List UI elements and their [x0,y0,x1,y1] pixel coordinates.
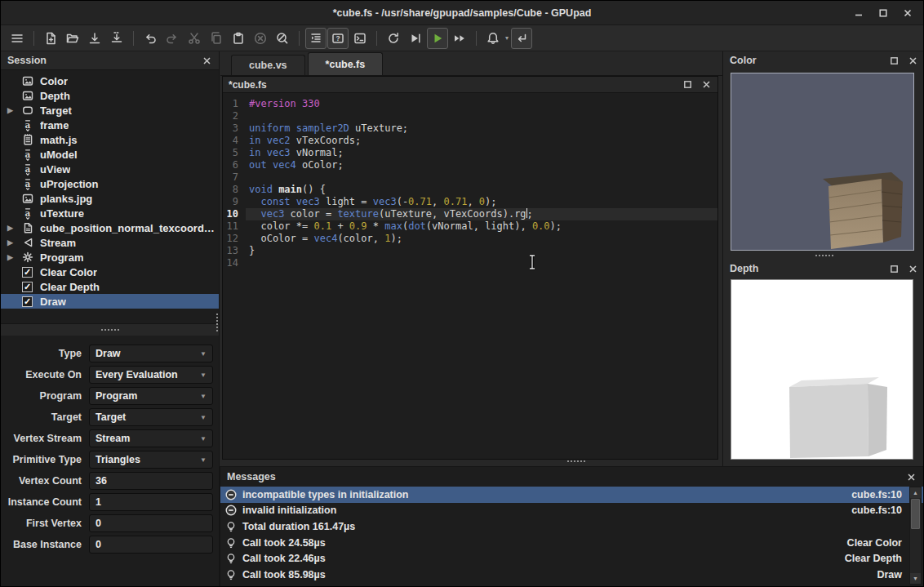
message-row[interactable]: Call took 22.46µsClear Depth [220,550,923,567]
save-file-icon[interactable] [84,28,105,49]
session-item-color[interactable]: Color [1,73,219,88]
notifications-icon[interactable] [482,28,504,49]
code-text: void main() { [246,184,717,196]
minimize-icon[interactable] [853,7,864,19]
session-splitter[interactable] [1,324,219,336]
vertical-splitter[interactable] [216,314,218,331]
undo-icon[interactable] [140,28,161,49]
code-editor[interactable]: 1#version 33023uniform sampler2D uTextur… [223,94,717,459]
evaluate-automatically-icon[interactable] [427,28,448,49]
target-select[interactable]: Target▼ [89,408,213,426]
session-item-utexture[interactable]: auTexture [1,206,219,220]
messages-header: Messages [220,467,923,487]
session-item-umodel[interactable]: auModel [1,147,219,162]
evaluate-steady-icon[interactable] [449,28,470,49]
reset-evaluation-icon[interactable] [383,28,404,49]
find-replace-icon[interactable] [272,28,293,49]
messages-splitter[interactable] [567,460,585,462]
validate-source-icon[interactable]: ? [327,28,349,49]
property-row: ProgramProgram▼ [1,385,219,407]
property-label: Primitive Type [1,454,89,465]
primitive-type-select[interactable]: Triangles▼ [89,451,213,469]
message-row[interactable]: Total duration 161.47µs [220,518,923,535]
message-row[interactable]: Call took 85.98µsDraw [220,567,923,583]
preview-splitter[interactable] [723,251,924,260]
depth-close-icon[interactable] [908,264,918,274]
evaluate-manually-icon[interactable] [405,28,426,49]
toolbar-separator [299,31,300,46]
editor-float-icon[interactable] [682,79,693,90]
chevron-down-icon: ▼ [200,393,207,400]
session-close-icon[interactable] [202,56,212,66]
color-float-icon[interactable] [889,56,900,66]
save-all-icon[interactable] [106,28,127,49]
paste-icon[interactable] [228,28,249,49]
message-text: Total duration 161.47µs [242,521,355,532]
type-select[interactable]: Draw▼ [89,345,213,362]
property-row: TargetTarget▼ [1,407,219,428]
first-vertex-input[interactable]: 0 [89,514,213,532]
color-close-icon[interactable] [908,56,918,66]
checkbox-icon[interactable]: ✓ [22,267,33,278]
session-item-math-js[interactable]: math.js [1,132,219,147]
tab-cube.fs[interactable]: *cube.fs [308,52,384,75]
code-line: 5in vec3 vNormal; [223,147,717,159]
cut-icon[interactable] [184,28,205,49]
session-item-depth[interactable]: Depth [1,88,219,103]
expand-arrow-icon[interactable]: ▶ [7,107,20,114]
tab-cube.vs[interactable]: cube.vs [231,55,305,75]
depth-float-icon[interactable] [889,264,900,274]
scroll-down-icon[interactable]: ▼ [910,573,921,584]
property-row: First Vertex0 [1,513,219,534]
expand-arrow-icon[interactable]: ▶ [7,225,20,232]
session-item-cube-position-normal-texcoords[interactable]: ▶cube_position_normal_texcoords… [1,220,219,235]
delete-icon[interactable] [250,28,271,49]
session-item-program[interactable]: ▶Program [1,250,219,265]
instance-count-input[interactable]: 1 [89,493,213,511]
code-text [246,171,717,184]
session-item-clear-depth[interactable]: ✓Clear Depth [1,279,219,294]
copy-icon[interactable] [206,28,227,49]
new-file-icon[interactable] [40,28,61,49]
vertex-count-input[interactable]: 36 [89,472,213,490]
word-wrap-icon[interactable] [511,28,532,49]
notifications-dropdown-caret-icon[interactable]: ▾ [505,34,509,42]
editor-close-icon[interactable] [701,79,712,90]
expand-arrow-icon[interactable]: ▶ [7,254,20,261]
message-row[interactable]: Call took 24.58µsClear Color [220,535,923,551]
session-item-uview[interactable]: auView [1,162,219,176]
vertex-stream-select[interactable]: Stream▼ [89,429,213,447]
message-row[interactable]: invalid initializationcube.fs:10 [220,503,923,519]
program-select[interactable]: Program▼ [89,387,213,405]
scroll-up-icon[interactable]: ▲ [910,487,921,498]
session-item-frame[interactable]: aframe [1,118,219,132]
show-console-icon[interactable] [349,28,371,49]
menu-icon[interactable] [7,28,28,49]
scrollbar-thumb[interactable] [911,499,920,529]
session-item-clear-color[interactable]: ✓Clear Color [1,265,219,279]
property-row: TypeDraw▼ [1,343,219,364]
expand-arrow-icon[interactable]: ▶ [7,239,20,247]
execute-on-select[interactable]: Every Evaluation▼ [89,366,213,384]
session-item-stream[interactable]: ▶Stream [1,235,219,250]
messages-scrollbar[interactable]: ▲ ▼ [909,487,922,585]
base-instance-input[interactable]: 0 [89,536,213,554]
redo-icon[interactable] [162,28,183,49]
svg-text:?: ? [335,33,340,42]
session-item-label: Depth [40,90,70,102]
session-dock-title: Session [7,55,47,66]
session-item-uprojection[interactable]: auProjection [1,176,219,191]
checkbox-icon[interactable]: ✓ [22,282,33,292]
messages-close-icon[interactable] [906,472,917,482]
session-item-planks-jpg[interactable]: planks.jpg [1,191,219,206]
lightbulb-icon [224,536,238,549]
message-row[interactable]: incompatible types in initializationcube… [220,487,923,503]
format-source-icon[interactable] [305,28,327,49]
session-item-target[interactable]: ▶Target [1,103,219,118]
close-icon[interactable] [902,7,913,19]
open-file-icon[interactable] [62,28,83,49]
checkbox-icon[interactable]: ✓ [22,296,33,307]
window-controls [853,1,913,25]
maximize-icon[interactable] [877,7,889,19]
session-item-draw[interactable]: ✓Draw [1,294,219,309]
